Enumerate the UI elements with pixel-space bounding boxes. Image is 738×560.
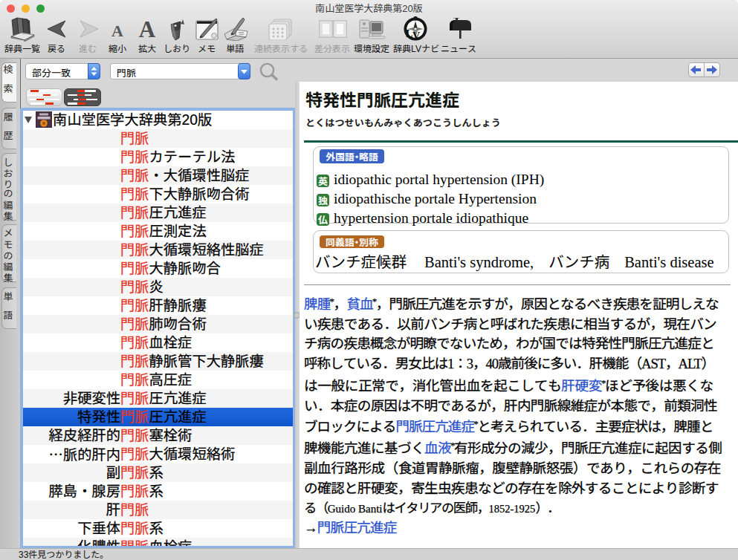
svg-text:A: A (139, 18, 156, 39)
svg-text:L: L (406, 28, 412, 39)
svg-text:A: A (111, 22, 123, 39)
svg-text:V: V (412, 30, 420, 42)
